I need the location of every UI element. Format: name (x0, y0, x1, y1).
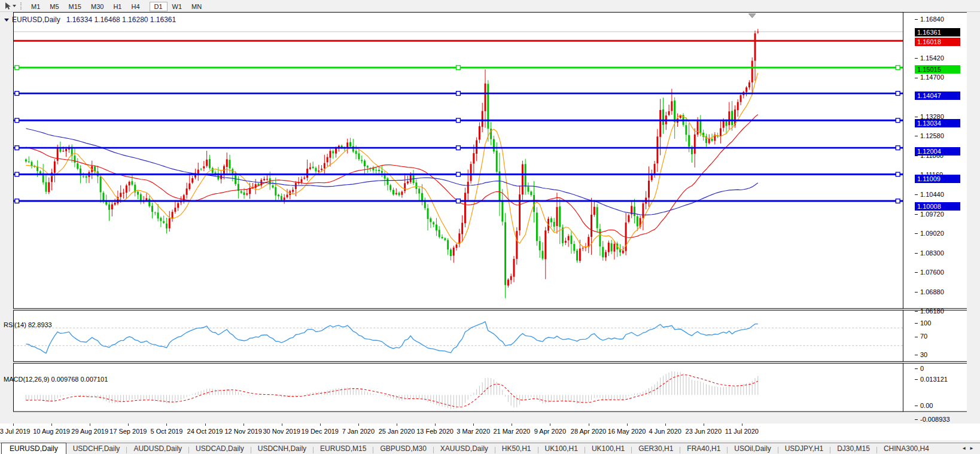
hline-anchor[interactable] (456, 92, 461, 96)
date-label: 25 Jan 2020 (379, 428, 415, 435)
axis-tick-label: 1.06180 (920, 307, 944, 315)
chart-tab-audusd-daily[interactable]: AUDUSD,Daily (127, 444, 188, 454)
hline-anchor[interactable] (456, 172, 461, 176)
chart-tab-xauusd-daily[interactable]: XAUUSD,Daily (434, 444, 495, 454)
timeframe-button-h4[interactable]: H4 (126, 2, 144, 11)
timeframe-button-d1[interactable]: D1 (150, 2, 168, 11)
tab-scroll-left-icon[interactable]: ◄ (961, 446, 969, 451)
timeframe-button-mn[interactable]: MN (187, 2, 206, 11)
chart-tab-uk100-h1[interactable]: UK100,H1 (585, 444, 631, 454)
timeframe-button-m1[interactable]: M1 (26, 2, 45, 11)
timeframe-button-h1[interactable]: H1 (108, 2, 126, 11)
axis-tick (915, 368, 918, 369)
rsi-scale-label: 100 (920, 319, 931, 327)
price-level-box: 1.16018 (915, 38, 960, 46)
axis-tick-label: 1.06880 (920, 288, 944, 295)
price-level-box: 1.15015 (915, 65, 960, 74)
hline-anchor[interactable] (15, 199, 19, 203)
axis-tick (915, 136, 918, 136)
price-level-box: 1.13034 (915, 119, 960, 127)
chart-tab-usoil-daily[interactable]: USOil,Daily (728, 444, 777, 454)
chart-tab-gbpusd-m30[interactable]: GBPUSD,M30 (373, 444, 433, 454)
objects-pointer-icon[interactable] (2, 1, 12, 10)
chart-tab-hk50-h1[interactable]: HK50,H1 (495, 444, 538, 454)
axis-tick (915, 323, 918, 324)
pointer-dropdown-icon[interactable] (13, 5, 16, 7)
chart-symbol: EURUSD,Daily (12, 16, 60, 24)
hline-anchor[interactable] (896, 146, 900, 150)
tab-bar-divider (0, 443, 980, 443)
axis-tick-label: 1.07600 (920, 269, 944, 276)
rsi-scale-label: 30 (920, 351, 927, 358)
macd-indicator-label: MACD(12,26,9) 0.009768 0.007101 (4, 376, 108, 383)
axis-tick (915, 58, 918, 59)
chart-tab-fra40-h1[interactable]: FRA40,H1 (680, 444, 727, 454)
date-label: 4 Jun 2020 (649, 428, 681, 435)
tab-scroll-right-icon[interactable]: ► (969, 446, 977, 451)
macd-scale-label: 0.00 (920, 402, 933, 409)
hline-anchor[interactable] (15, 66, 19, 70)
hline-anchor[interactable] (896, 172, 900, 176)
chart-tab-ger30-h1[interactable]: GER30,H1 (632, 444, 680, 454)
chart-tab-eurusd-m15[interactable]: EURUSD,M15 (314, 444, 373, 454)
hline-anchor[interactable] (456, 146, 461, 150)
hline-anchor[interactable] (456, 118, 461, 123)
hline-anchor[interactable] (456, 66, 461, 70)
chart-tab-eurusd-daily[interactable]: EURUSD,Daily (1, 443, 66, 454)
chart-tab-usdcnh-daily[interactable]: USDCNH,Daily (251, 444, 313, 454)
hline-anchor[interactable] (896, 92, 900, 96)
hline-anchor[interactable] (896, 118, 900, 123)
date-tick (128, 423, 129, 426)
axis-tick (915, 19, 918, 20)
symbol-dropdown-icon[interactable] (4, 19, 9, 22)
chart-tab-china300-h4[interactable]: CHINA300,H4 (877, 444, 936, 454)
hline-anchor[interactable] (456, 199, 461, 203)
hline-anchor[interactable] (15, 118, 19, 123)
date-tick (358, 423, 359, 426)
rsi-value: 82.8933 (28, 321, 52, 328)
axis-tick-label: 1.15420 (920, 54, 944, 62)
date-label: 24 Oct 2019 (187, 428, 223, 435)
toolbar-grip[interactable] (20, 2, 23, 10)
price-scale-axis[interactable]: 1.168401.154201.147001.132801.125801.118… (915, 11, 980, 423)
axis-tick (915, 78, 918, 78)
hline-anchor[interactable] (15, 92, 19, 96)
axis-tick (915, 253, 918, 254)
date-label: 21 Mar 2020 (493, 428, 530, 435)
macd-values: 0.009768 0.007101 (51, 376, 108, 383)
main-chart-panel (13, 12, 903, 308)
date-label: 17 Sep 2019 (109, 428, 147, 435)
axis-tick-label: 1.09020 (920, 230, 944, 237)
axis-tick (915, 214, 918, 215)
axis-tick (915, 311, 918, 312)
chart-tab-usdchf-daily[interactable]: USDCHF,Daily (66, 444, 127, 454)
timeframe-button-m15[interactable]: M15 (64, 2, 86, 11)
date-axis[interactable]: 23 Jul 201910 Aug 201929 Aug 201917 Sep … (0, 423, 980, 440)
chart-tab-dj30-m15[interactable]: DJ30,M15 (830, 444, 876, 454)
date-label: 29 Aug 2019 (71, 428, 108, 435)
date-tick (627, 423, 628, 426)
hline-anchor[interactable] (896, 66, 900, 70)
hline-anchor[interactable] (15, 172, 19, 176)
price-chart-canvas[interactable] (0, 11, 980, 423)
date-tick (13, 423, 14, 426)
timeframe-button-w1[interactable]: W1 (168, 2, 187, 11)
date-label: 12 Nov 2019 (224, 428, 261, 435)
timeframe-button-m5[interactable]: M5 (45, 2, 63, 11)
date-tick (166, 423, 167, 426)
chart-tab-usdcad-daily[interactable]: USDCAD,Daily (189, 444, 251, 454)
chart-tab-usdjpy-h1[interactable]: USDJPY,H1 (778, 444, 830, 454)
date-tick (512, 423, 512, 426)
date-label: 3 Mar 2020 (456, 428, 490, 435)
chart-tab-uk100-h1[interactable]: UK100,H1 (538, 444, 585, 454)
axis-tick (915, 233, 918, 234)
timeframe-button-m30[interactable]: M30 (86, 2, 108, 11)
trading-terminal: M1M5M15M30H1H4D1W1MN EURUSD,Daily1.16334… (0, 0, 980, 454)
date-label: 30 Nov 2019 (263, 428, 300, 435)
macd-panel (13, 363, 903, 412)
date-label: 11 Jul 2020 (725, 428, 759, 435)
date-tick (51, 423, 52, 426)
hline-anchor[interactable] (15, 146, 19, 150)
axis-tick (915, 419, 918, 420)
hline-anchor[interactable] (896, 199, 900, 203)
